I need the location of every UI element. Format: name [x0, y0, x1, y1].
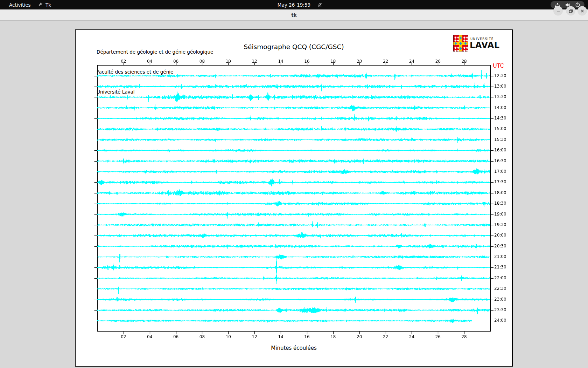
x-tick-label-bottom: 18 [330, 334, 336, 339]
utc-time-label: 23:30 [494, 307, 506, 312]
utc-time-label: 13:00 [494, 84, 506, 89]
utc-time-label: 17:00 [494, 169, 506, 174]
x-tick-label-bottom: 12 [252, 334, 257, 339]
x-tick-label-top: 22 [383, 59, 388, 64]
gnome-top-bar: Activities Tk May 26 19:59 [0, 0, 588, 9]
utc-time-label: 19:30 [494, 222, 506, 227]
utc-time-label: 16:30 [494, 158, 506, 163]
tk-app-icon [38, 2, 43, 8]
clock-time: 19:59 [297, 2, 310, 8]
x-tick-label-top: 24 [409, 59, 414, 64]
utc-time-label: 14:00 [494, 105, 506, 110]
utc-time-label: 18:30 [494, 201, 506, 206]
utc-time-label: 17:30 [494, 179, 506, 184]
x-tick-label-bottom: 06 [173, 334, 178, 339]
x-tick-label-bottom: 10 [226, 334, 231, 339]
utc-time-label: 18:00 [494, 190, 506, 195]
utc-time-label: 16:00 [494, 148, 506, 152]
utc-time-label: 22:00 [494, 275, 506, 280]
app-menu[interactable]: Tk [38, 0, 51, 9]
clock-button[interactable]: May 26 19:59 [278, 0, 310, 9]
utc-time-label: 15:00 [494, 126, 506, 131]
x-tick-label-bottom: 20 [357, 334, 362, 339]
utc-time-label: 14:30 [494, 116, 506, 121]
utc-time-label: 23:00 [494, 297, 506, 302]
x-tick-label-top: 08 [200, 59, 205, 64]
x-tick-label-top: 06 [173, 59, 178, 64]
x-tick-label-bottom: 08 [200, 334, 205, 339]
activities-button[interactable]: Activities [6, 0, 34, 9]
x-tick-label-top: 20 [357, 59, 362, 64]
app-menu-label: Tk [46, 2, 51, 8]
seismograph-plot: 0202040406060808101012121414161618182020… [76, 30, 512, 366]
window-title: tk [0, 9, 588, 21]
x-tick-label-bottom: 26 [435, 334, 441, 339]
x-tick-label-bottom: 24 [409, 334, 414, 339]
utc-time-label: 19:00 [494, 212, 506, 217]
x-tick-label-top: 16 [304, 59, 309, 64]
minimize-button[interactable] [553, 6, 563, 16]
window-titlebar: tk [0, 9, 588, 21]
utc-time-label: 15:30 [494, 137, 506, 142]
close-button[interactable] [578, 6, 587, 16]
utc-axis-label: UTC [493, 62, 504, 69]
x-tick-label-bottom: 28 [461, 334, 467, 339]
seismograph-report-page: Département de géologie et de génie géol… [75, 29, 513, 367]
x-tick-label-top: 02 [121, 59, 126, 64]
x-tick-label-top: 12 [252, 59, 257, 64]
utc-time-label: 20:00 [494, 233, 506, 238]
utc-time-label: 21:00 [494, 254, 506, 259]
utc-time-label: 22:30 [494, 286, 506, 291]
x-tick-label-top: 26 [435, 59, 441, 64]
window-content: Département de géologie et de génie géol… [0, 21, 588, 368]
x-tick-label-bottom: 04 [147, 334, 152, 339]
x-tick-label-top: 18 [330, 59, 336, 64]
x-tick-label-top: 28 [461, 59, 467, 64]
utc-time-label: 21:30 [494, 265, 506, 270]
x-tick-label-bottom: 16 [304, 334, 309, 339]
x-tick-label-top: 10 [226, 59, 231, 64]
clock-date: May 26 [278, 2, 295, 8]
seismograph-canvas [93, 61, 495, 335]
x-tick-label-top: 14 [278, 59, 283, 64]
utc-time-label: 12:30 [494, 73, 506, 78]
x-tick-label-bottom: 02 [121, 334, 126, 339]
x-tick-label-top: 04 [147, 59, 152, 64]
x-tick-label-bottom: 22 [383, 334, 388, 339]
utc-time-label: 20:30 [494, 244, 506, 248]
x-axis-title: Minutes écoulées [76, 345, 512, 351]
utc-time-label: 13:30 [494, 94, 506, 99]
x-tick-label-bottom: 14 [278, 334, 283, 339]
restore-button[interactable] [566, 6, 575, 16]
notifications-muted-icon [317, 2, 323, 8]
utc-time-label: 24:00 [494, 318, 506, 323]
